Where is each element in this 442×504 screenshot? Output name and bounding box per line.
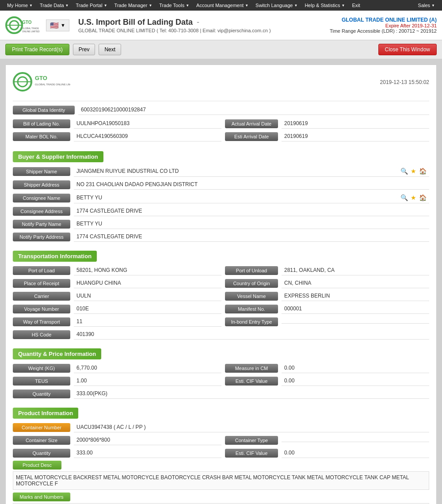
port-of-load-value: 58201, HONG KONG [74,265,221,275]
measure-label: Measure in CM [225,364,278,373]
product-quantity-label: Quantity [13,449,70,458]
container-number-value: UACU3947438 ( AC / L / PP ) [74,422,429,432]
bol-no-value: UULNHPOA19050183 [74,118,221,129]
print-button-top[interactable]: Print Trade Record(s) [5,44,69,55]
close-button-top[interactable]: Close This Window [378,44,437,55]
manifest-no-value: 000001 [282,304,429,314]
svg-text:GLOBAL TRADE: GLOBAL TRADE [22,27,39,30]
bol-no-label: Bill of Lading No. [13,119,70,128]
place-of-receipt-value: HUANGPU CHINA [74,278,221,288]
nav-trade-data[interactable]: Trade Data ▼ [36,0,72,11]
nav-caret-sales: ▼ [431,4,435,8]
nav-caret-home: ▼ [29,4,33,8]
shipper-address-value: NO 231 CHAOLIAN DADAO PENGJIAN DISTRICT [74,179,429,190]
top-toolbar: Print Trade Record(s) Prev Next Close Th… [0,40,442,59]
nav-account-management[interactable]: Account Management ▼ [193,0,252,11]
product-quantity-row: Quantity 333.00 Esti. CIF Value 0.00 [13,448,429,458]
nav-help-statistics[interactable]: Help & Statistics ▼ [301,0,348,11]
notify-party-address-value: 1774 CASTLEGATE DRIVE [74,232,429,242]
voyage-number-label: Voyage Number [13,305,70,313]
company-logo: GTO GLOBAL TRADE ONLINE LIMITED [5,14,41,36]
weight-label: Weight (KG) [13,364,70,373]
country-of-origin-label: Country of Origin [225,279,278,288]
container-type-value [282,438,429,442]
shipper-star-icon[interactable]: ★ [411,168,416,175]
nav-trade-manager[interactable]: Trade Manager ▼ [111,0,156,11]
voyage-number-value: 010E [74,304,221,314]
product-section-header: Product Information [13,408,78,419]
esti-cif-value: 0.00 [282,376,429,386]
place-of-receipt-label: Place of Receipt [13,279,70,288]
way-of-transport-label: Way of Transport [13,317,70,326]
vessel-name-value: EXPRESS BERLIN [282,291,429,301]
language-flag-button[interactable]: 🇺🇸 ▼ [46,19,69,31]
marks-label: Marks and Numbers [13,493,70,501]
record-timestamp: 2019-12-13 15:50:02 [380,79,429,85]
product-desc-section: Product Desc METAL MOTORCYCLE BACKREST M… [13,461,429,490]
hs-code-label: HS Code [13,330,70,339]
shipper-address-row: Shipper Address NO 231 CHAOLIAN DADAO PE… [13,179,429,190]
nav-sales[interactable]: Sales ▼ [415,0,438,11]
next-button-top[interactable]: Next [99,44,121,55]
quantity-price-section-header: Quantity & Price Information [13,348,101,359]
consignee-search-icon[interactable]: 🔍 [400,194,408,201]
nav-exit[interactable]: Exit [348,0,363,11]
nav-caret-account-management: ▼ [245,4,248,8]
country-of-origin-value: CN, CHINA [282,278,429,288]
shipper-search-icon[interactable]: 🔍 [400,168,408,175]
consignee-address-value: 1774 CASTLEGATE DRIVE [74,206,429,216]
marks-section: Marks and Numbers CKREST BAR METAL MOTOR… [13,493,429,504]
consignee-star-icon[interactable]: ★ [411,194,416,201]
notify-party-address-label: Notify Party Address [13,233,70,241]
svg-text:GTO: GTO [35,75,47,81]
port-of-unload-label: Port of Unload [225,266,278,275]
shipper-name-label: Shipper Name [13,167,70,176]
notify-party-name-label: Notify Party Name [13,220,70,229]
header-title-area: U.S. Import Bill of Lading Data - GLOBAL… [78,18,324,33]
global-identity-value: 6003201906210000192847 [78,105,429,115]
container-size-label: Container Size [13,436,70,445]
quantity-row: Quantity 333.00(PKG) [13,389,429,399]
measure-value: 0.00 [282,363,429,373]
container-number-label: Container Number [13,423,70,432]
nav-trade-tools[interactable]: Trade Tools ▼ [156,0,193,11]
voyage-number-row: Voyage Number 010E Manifest No. 000001 [13,304,429,314]
port-of-load-row: Port of Load 58201, HONG KONG Port of Un… [13,265,429,275]
account-company-name: GLOBAL TRADE ONLINE LIMITED (A) [330,17,437,23]
prev-button-top[interactable]: Prev [73,44,95,55]
buyer-supplier-section-header: Buyer & Supplier Information [13,151,103,162]
notify-party-name-value: BETTY YU [74,219,429,229]
ldr-range: Time Range Accessible (LDR) : 200712 ~ 2… [330,28,437,34]
notify-party-address-row: Notify Party Address 1774 CASTLEGATE DRI… [13,232,429,242]
consignee-name-row: Consignee Name BETTY YU 🔍 ★ 🏠 [13,192,429,203]
nav-trade-portal[interactable]: Trade Portal ▼ [72,0,111,11]
container-size-row: Container Size 2000*806*800 Container Ty… [13,435,429,445]
logo-container: GTO GLOBAL TRADE ONLINE LIMITED [5,14,41,36]
nav-caret-trade-data: ▼ [65,4,69,8]
svg-text:GTO: GTO [22,20,32,25]
teus-label: TEUS [13,377,70,386]
product-desc-text: METAL MOTORCYCLE BACKREST METAL MOTORCYC… [13,471,429,490]
expire-date: Expire After 2019-12-31 [330,23,437,28]
record-logo: GTO GLOBAL TRADE ONLINE LIMITED [13,72,70,92]
nav-caret-trade-manager: ▼ [149,4,152,8]
esti-cif-label: Esti. CIF Value [225,377,278,386]
page-header: GTO GLOBAL TRADE ONLINE LIMITED 🇺🇸 ▼ U.S… [0,11,442,40]
carrier-label: Carrier [13,292,70,301]
shipper-name-value: JIANGMEN RUIYUE INDUSTRIAL CO LTD 🔍 ★ 🏠 [74,166,429,177]
shipper-home-icon[interactable]: 🏠 [419,168,427,175]
flag-caret: ▼ [61,23,65,28]
shipper-address-label: Shipper Address [13,180,70,189]
product-quantity-value: 333.00 [74,448,221,458]
notify-party-name-row: Notify Party Name BETTY YU [13,219,429,229]
nav-caret-help: ▼ [341,4,345,8]
consignee-home-icon[interactable]: 🏠 [419,194,427,201]
port-of-unload-value: 2811, OAKLAND, CA [282,265,429,275]
nav-switch-language[interactable]: Switch Language ▼ [252,0,301,11]
nav-my-home[interactable]: My Home ▼ [4,0,36,11]
port-of-load-label: Port of Load [13,266,70,275]
hs-code-row: HS Code 401390 [13,329,429,340]
mater-bol-label: Mater BOL No. [13,132,70,141]
carrier-row: Carrier UULN Vessel Name EXPRESS BERLIN [13,291,429,301]
product-desc-label: Product Desc [13,461,61,470]
